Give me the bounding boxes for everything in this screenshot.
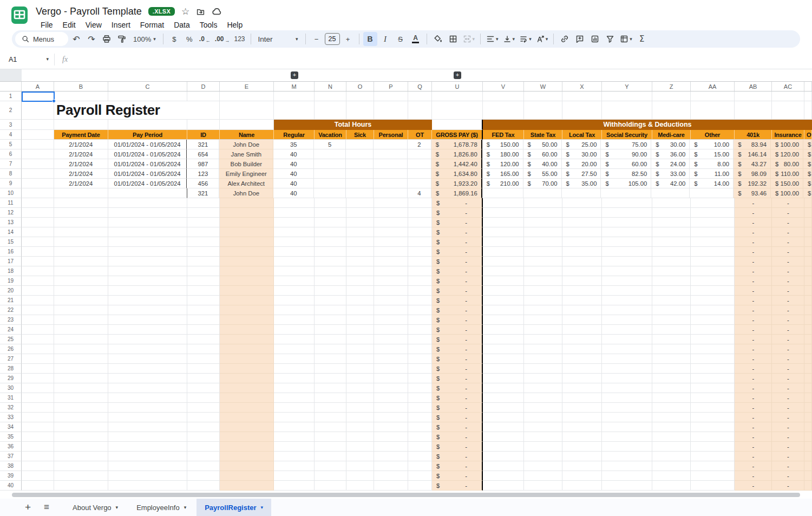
cell-M11[interactable] — [274, 198, 315, 208]
cell-X21[interactable] — [562, 296, 602, 305]
cell-AC30[interactable]: - — [772, 383, 804, 393]
cell-AD35[interactable] — [804, 432, 812, 442]
cell-W17[interactable] — [524, 257, 562, 266]
row-header-24[interactable]: 24 — [0, 325, 22, 335]
row-header-35[interactable]: 35 — [0, 432, 22, 442]
cell-AD31[interactable] — [804, 393, 812, 403]
cell-O5[interactable] — [346, 140, 374, 149]
cell-V31[interactable] — [483, 393, 524, 403]
cell-N30[interactable] — [315, 383, 346, 393]
cell-X31[interactable] — [562, 393, 602, 403]
cell-A35[interactable] — [22, 432, 54, 442]
cell-Y12[interactable] — [602, 208, 652, 218]
cell-AD1[interactable] — [804, 92, 812, 101]
cell-A31[interactable] — [22, 393, 54, 403]
cell-N17[interactable] — [315, 257, 346, 266]
cell-W33[interactable] — [524, 413, 562, 422]
cell-N5[interactable]: 5 — [314, 140, 346, 149]
cell-O9[interactable] — [346, 179, 374, 188]
cell-M18[interactable] — [274, 266, 315, 276]
cell-M23[interactable] — [274, 315, 315, 325]
cell-Z22[interactable] — [652, 305, 691, 315]
cell-E3[interactable] — [220, 120, 274, 130]
cell-O11[interactable] — [346, 198, 374, 208]
cell-Y15[interactable] — [602, 237, 652, 247]
cell-Q30[interactable] — [408, 383, 432, 393]
cell-AB30[interactable]: - — [735, 383, 772, 393]
cell-W12[interactable] — [524, 208, 562, 218]
cell-P18[interactable] — [374, 266, 408, 276]
cell-N27[interactable] — [315, 354, 346, 364]
cell-Q2[interactable] — [408, 101, 432, 120]
cell-C7[interactable]: 01/01/2024 - 01/05/2024 — [108, 159, 187, 169]
cell-A4[interactable] — [22, 130, 54, 140]
cell-Q7[interactable] — [408, 159, 431, 169]
cell-N2[interactable] — [315, 101, 346, 120]
cell-AD14[interactable] — [804, 227, 812, 237]
cell-U11[interactable]: $- — [432, 198, 483, 208]
fill-color-button[interactable] — [431, 32, 445, 46]
cell-Q28[interactable] — [408, 364, 432, 374]
cell-Y27[interactable] — [602, 354, 652, 364]
cell-N25[interactable] — [315, 335, 346, 344]
cell-Z37[interactable] — [652, 452, 691, 461]
cell-N28[interactable] — [315, 364, 346, 374]
cell-W36[interactable] — [524, 442, 562, 452]
cell-Z25[interactable] — [652, 335, 691, 344]
row-header-25[interactable]: 25 — [0, 335, 22, 344]
cell-E35[interactable] — [220, 432, 274, 442]
cell-W25[interactable] — [524, 335, 562, 344]
cell-Q37[interactable] — [408, 452, 432, 461]
row-header-33[interactable]: 33 — [0, 413, 22, 422]
cell-AB14[interactable]: - — [735, 227, 772, 237]
cell-AC36[interactable]: - — [772, 442, 804, 452]
cell-AB2[interactable] — [735, 101, 772, 120]
cell-M12[interactable] — [274, 208, 315, 218]
cell-X32[interactable] — [562, 403, 602, 413]
cell-C17[interactable] — [108, 257, 187, 266]
cell-AD28[interactable] — [804, 364, 812, 374]
text-wrap-button[interactable]: ▾ — [518, 32, 533, 46]
cell-E17[interactable] — [220, 257, 274, 266]
cell-AA37[interactable] — [691, 452, 735, 461]
column-header-Z[interactable]: Z — [652, 82, 691, 91]
cell-D40[interactable] — [187, 481, 220, 491]
cell-AA18[interactable] — [691, 266, 735, 276]
cell-AA14[interactable] — [691, 227, 735, 237]
cell-W23[interactable] — [524, 315, 562, 325]
cell-Q24[interactable] — [408, 325, 432, 335]
row-header-34[interactable]: 34 — [0, 422, 22, 432]
cell-D22[interactable] — [187, 305, 220, 315]
cell-D24[interactable] — [187, 325, 220, 335]
star-icon[interactable]: ☆ — [181, 6, 189, 17]
cell-U7[interactable]: $1,442.40 — [431, 159, 482, 169]
cell-D26[interactable] — [187, 344, 220, 354]
cell-V17[interactable] — [483, 257, 524, 266]
row-header-19[interactable]: 19 — [0, 276, 22, 286]
cell-C23[interactable] — [108, 315, 187, 325]
cell-B39[interactable] — [54, 471, 108, 481]
cell-V10[interactable] — [482, 188, 523, 198]
cell-AD22[interactable] — [804, 305, 812, 315]
cell-D14[interactable] — [187, 227, 220, 237]
cell-AC18[interactable]: - — [772, 266, 804, 276]
cell-A11[interactable] — [22, 198, 54, 208]
cell-AA7[interactable]: $8.00 — [690, 159, 734, 169]
cell-AC1[interactable] — [772, 92, 804, 101]
cell-D18[interactable] — [187, 266, 220, 276]
column-header-A[interactable]: A — [22, 82, 54, 91]
row-header-40[interactable]: 40 — [0, 481, 22, 491]
cell-N10[interactable] — [314, 188, 346, 198]
cell-AC23[interactable]: - — [772, 315, 804, 325]
cell-Q38[interactable] — [408, 461, 432, 471]
menus-search[interactable]: Menus — [15, 32, 68, 46]
cell-W11[interactable] — [524, 198, 562, 208]
cell-V40[interactable] — [483, 481, 524, 491]
cell-O17[interactable] — [346, 257, 374, 266]
cell-X25[interactable] — [562, 335, 602, 344]
cell-Q5[interactable]: 2 — [408, 140, 431, 149]
cell-E20[interactable] — [220, 286, 274, 296]
cell-Q4[interactable]: OT — [408, 130, 432, 140]
cell-M15[interactable] — [274, 237, 315, 247]
cell-U9[interactable]: $1,923.20 — [431, 179, 482, 188]
